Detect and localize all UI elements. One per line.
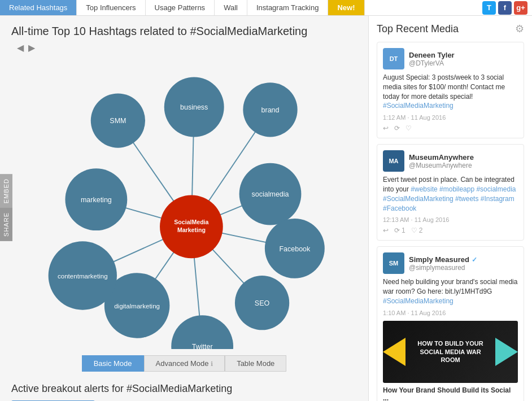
share-button[interactable]: SHARE — [0, 208, 12, 241]
tweet-link[interactable]: #SocialMediaMarketing — [383, 102, 453, 110]
left-panel: EMBED SHARE All-time Top 10 Hashtags rel… — [0, 16, 368, 401]
basic-mode-button[interactable]: Basic Mode — [82, 355, 144, 372]
tab-usage-patterns[interactable]: Usage Patterns — [146, 0, 215, 15]
retweet-action[interactable]: ⟳ — [394, 124, 400, 132]
tweet-user: DT Deneen Tyler @DTylerVA — [383, 48, 518, 69]
viz-nav: ◀ ▶ — [11, 42, 357, 53]
right-panel-title: Top Recent Media — [377, 23, 459, 35]
node-socialmedia-label: socialmedia — [252, 190, 289, 198]
nav-prev-button[interactable]: ◀ — [17, 42, 24, 53]
right-panel: Top Recent Media ⚙ DT Deneen Tyler @DTyl… — [368, 16, 532, 401]
user-name: MuseumAnywhere — [409, 153, 474, 162]
tweet-link[interactable]: #SocialMediaMarketing — [383, 297, 453, 305]
avatar: MA — [383, 150, 404, 172]
user-info: Simply Measured ✓ @simplymeasured — [409, 255, 477, 272]
tweet-text: Evert tweet post in place. Can be integr… — [383, 175, 518, 213]
avatar: DT — [383, 48, 404, 69]
user-info: Deneen Tyler @DTylerVA — [409, 51, 455, 67]
reply-action[interactable]: ↩ — [383, 124, 389, 132]
facebook-icon[interactable]: f — [498, 1, 512, 15]
node-digitalmarketing-label: digitalmarketing — [114, 303, 160, 310]
center-node-label: SocialMedia — [174, 219, 208, 225]
main-content: EMBED SHARE All-time Top 10 Hashtags rel… — [0, 16, 532, 401]
media-arrows: HOW TO BUILD YOUR SOCIAL MEDIA WAR ROOM — [383, 338, 518, 366]
avatar: SM — [383, 252, 404, 274]
node-contentmarketing-label: contentmarketing — [58, 273, 108, 280]
gplus-icon[interactable]: g+ — [514, 1, 527, 15]
user-handle: @MuseumAnywhere — [409, 162, 474, 169]
node-seo-label: SEO — [255, 299, 270, 307]
node-brand-label: brand — [261, 106, 280, 114]
arrow-right-icon — [495, 338, 518, 366]
tweet-actions: ↩ ⟳ 1 ♡ 2 — [383, 226, 518, 234]
arrow-left-icon — [383, 338, 405, 366]
tweet-time: 12:13 AM · 11 Aug 2016 — [383, 216, 518, 223]
tweet-time: 1:12 AM · 11 Aug 2016 — [383, 114, 518, 121]
tweet-card: SM Simply Measured ✓ @simplymeasured Nee… — [377, 246, 524, 401]
media-text-overlay: HOW TO BUILD YOUR SOCIAL MEDIA WAR ROOM — [417, 339, 484, 364]
tweet-text: Need help building your brand's social m… — [383, 277, 518, 306]
tab-top-influencers[interactable]: Top Influencers — [77, 0, 145, 15]
retweet-action[interactable]: ⟳ 1 — [394, 226, 405, 234]
mode-buttons: Basic Mode Advanced Mode ℹ Table Mode — [11, 355, 357, 372]
info-icon: ℹ — [211, 360, 213, 367]
nav-bar: Related Hashtags Top Influencers Usage P… — [0, 0, 532, 16]
twitter-icon[interactable]: T — [482, 1, 496, 15]
nav-next-button[interactable]: ▶ — [28, 42, 35, 53]
breakout-title: Active breakout alerts for #SocialMediaM… — [11, 383, 357, 395]
node-facebook-label: Facebook — [279, 245, 311, 253]
tab-wall[interactable]: Wall — [215, 0, 247, 15]
node-marketing-label: marketing — [81, 196, 112, 204]
verified-icon: ✓ — [472, 256, 477, 264]
tab-new[interactable]: New! — [328, 0, 364, 15]
node-business-label: business — [180, 103, 208, 111]
table-mode-button[interactable]: Table Mode — [225, 355, 286, 372]
advanced-mode-button[interactable]: Advanced Mode ℹ — [144, 355, 225, 372]
embed-button[interactable]: EMBED — [0, 174, 12, 208]
reply-action[interactable]: ↩ — [383, 226, 389, 234]
user-info: MuseumAnywhere @MuseumAnywhere — [409, 153, 474, 169]
tab-related-hashtags[interactable]: Related Hashtags — [0, 0, 77, 15]
user-handle: @DTylerVA — [409, 59, 455, 67]
breakout-section: Active breakout alerts for #SocialMediaM… — [11, 383, 357, 401]
user-handle: @simplymeasured — [409, 264, 477, 272]
side-buttons: EMBED SHARE — [0, 174, 12, 241]
user-name: Deneen Tyler — [409, 51, 455, 59]
node-smm-label: SMM — [110, 117, 126, 125]
media-caption: How Your Brand Should Build its Social .… — [383, 386, 518, 401]
center-node-label2: Marketing — [177, 226, 206, 233]
social-icons: T f g+ — [482, 0, 532, 15]
user-name: Simply Measured ✓ — [409, 255, 477, 264]
gear-icon[interactable]: ⚙ — [515, 23, 524, 35]
media-image[interactable]: HOW TO BUILD YOUR SOCIAL MEDIA WAR ROOM — [383, 321, 518, 383]
tweet-text: August Special: 3 posts/week to 3 social… — [383, 73, 518, 111]
node-twitter-label: Twitter — [192, 343, 213, 349]
tweet-time: 1:10 AM · 11 Aug 2016 — [383, 310, 518, 316]
tweet-card: MA MuseumAnywhere @MuseumAnywhere Evert … — [377, 144, 524, 241]
right-panel-header: Top Recent Media ⚙ — [377, 23, 524, 35]
tweet-user: SM Simply Measured ✓ @simplymeasured — [383, 252, 518, 274]
tab-instagram-tracking[interactable]: Instagram Tracking — [247, 0, 329, 15]
tweet-user: MA MuseumAnywhere @MuseumAnywhere — [383, 150, 518, 172]
tweet-card: DT Deneen Tyler @DTylerVA August Special… — [377, 42, 524, 138]
like-action[interactable]: ♡ 2 — [411, 226, 423, 234]
network-visualization: SMM business brand marketing socialmedia… — [11, 55, 339, 349]
page-title: All-time Top 10 Hashtags related to #Soc… — [11, 25, 357, 38]
like-action[interactable]: ♡ — [405, 124, 412, 132]
media-image-inner: HOW TO BUILD YOUR SOCIAL MEDIA WAR ROOM — [383, 321, 518, 383]
tweet-actions: ↩ ⟳ ♡ — [383, 124, 518, 132]
